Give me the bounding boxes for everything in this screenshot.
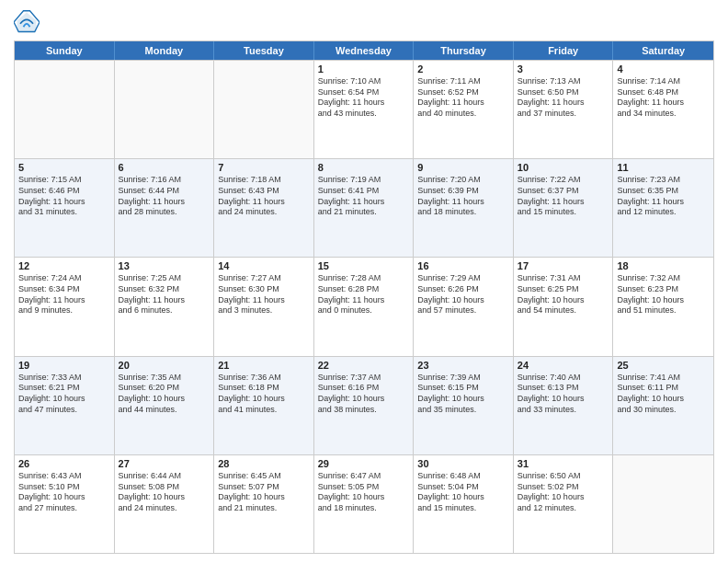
day-info-line: and 30 minutes. bbox=[617, 405, 710, 416]
day-info-line: Sunset: 6:44 PM bbox=[119, 186, 210, 197]
day-info-line: and 18 minutes. bbox=[318, 503, 410, 514]
day-info-line: Sunrise: 7:41 AM bbox=[617, 373, 710, 384]
day-info-line: and 34 minutes. bbox=[617, 109, 710, 120]
day-info-line: Daylight: 11 hours bbox=[119, 295, 210, 306]
day-number: 23 bbox=[417, 360, 509, 371]
calendar-day-2: 2Sunrise: 7:11 AMSunset: 6:52 PMDaylight… bbox=[414, 61, 514, 158]
day-info-line: Sunset: 6:13 PM bbox=[518, 383, 609, 394]
day-info-line: and 9 minutes. bbox=[18, 305, 110, 316]
generalblue-icon bbox=[14, 9, 40, 35]
day-info-line: Sunset: 6:54 PM bbox=[318, 87, 410, 98]
day-info-line: Daylight: 10 hours bbox=[417, 394, 509, 405]
day-info-line: and 35 minutes. bbox=[417, 405, 509, 416]
day-info-line: and 12 minutes. bbox=[617, 207, 710, 218]
day-info-line: Sunrise: 7:22 AM bbox=[518, 175, 609, 186]
day-number: 8 bbox=[318, 162, 410, 173]
day-info-line: Daylight: 10 hours bbox=[218, 492, 310, 503]
calendar-day-21: 21Sunrise: 7:36 AMSunset: 6:18 PMDayligh… bbox=[214, 357, 314, 454]
day-info-line: Daylight: 11 hours bbox=[218, 197, 310, 208]
day-number: 5 bbox=[18, 162, 110, 173]
day-info-line: Daylight: 11 hours bbox=[417, 197, 509, 208]
calendar-empty-cell bbox=[115, 61, 215, 158]
day-info-line: Sunrise: 7:13 AM bbox=[518, 76, 609, 87]
calendar-day-30: 30Sunrise: 6:48 AMSunset: 5:04 PMDayligh… bbox=[414, 455, 514, 553]
day-info-line: Sunset: 6:46 PM bbox=[18, 186, 110, 197]
day-info-line: and 3 minutes. bbox=[218, 305, 310, 316]
day-info-line: Daylight: 10 hours bbox=[417, 295, 509, 306]
day-info-line: Daylight: 11 hours bbox=[518, 197, 609, 208]
day-info-line: Daylight: 10 hours bbox=[518, 492, 609, 503]
calendar-week-1: 1Sunrise: 7:10 AMSunset: 6:54 PMDaylight… bbox=[15, 60, 713, 158]
calendar-day-22: 22Sunrise: 7:37 AMSunset: 6:16 PMDayligh… bbox=[314, 357, 415, 454]
day-number: 22 bbox=[318, 360, 410, 371]
day-number: 29 bbox=[318, 458, 410, 469]
day-number: 20 bbox=[119, 360, 210, 371]
day-info-line: Sunrise: 7:15 AM bbox=[18, 175, 110, 186]
calendar-day-8: 8Sunrise: 7:19 AMSunset: 6:41 PMDaylight… bbox=[314, 159, 415, 257]
day-number: 15 bbox=[318, 260, 410, 271]
calendar-day-19: 19Sunrise: 7:33 AMSunset: 6:21 PMDayligh… bbox=[15, 357, 115, 454]
calendar-day-7: 7Sunrise: 7:18 AMSunset: 6:43 PMDaylight… bbox=[214, 159, 314, 257]
day-number: 31 bbox=[518, 458, 609, 469]
day-info-line: and 21 minutes. bbox=[318, 207, 410, 218]
day-info-line: Sunrise: 7:10 AM bbox=[318, 76, 410, 87]
day-info-line: Sunset: 6:37 PM bbox=[518, 186, 609, 197]
calendar-empty-cell bbox=[613, 455, 713, 553]
day-info-line: Sunrise: 7:37 AM bbox=[318, 373, 410, 384]
day-info-line: Daylight: 11 hours bbox=[218, 295, 310, 306]
day-number: 13 bbox=[119, 260, 210, 271]
day-info-line: Sunset: 6:21 PM bbox=[18, 383, 110, 394]
day-info-line: Sunset: 6:18 PM bbox=[218, 383, 310, 394]
calendar-day-24: 24Sunrise: 7:40 AMSunset: 6:13 PMDayligh… bbox=[514, 357, 614, 454]
day-number: 26 bbox=[18, 458, 110, 469]
day-info-line: and 12 minutes. bbox=[518, 503, 609, 514]
calendar: SundayMondayTuesdayWednesdayThursdayFrid… bbox=[14, 40, 714, 554]
day-number: 30 bbox=[417, 458, 509, 469]
day-info-line: Daylight: 11 hours bbox=[417, 98, 509, 109]
day-info-line: Sunset: 6:30 PM bbox=[218, 284, 310, 295]
day-number: 7 bbox=[218, 162, 310, 173]
calendar-day-1: 1Sunrise: 7:10 AMSunset: 6:54 PMDaylight… bbox=[314, 61, 415, 158]
day-info-line: Daylight: 10 hours bbox=[318, 492, 410, 503]
day-number: 18 bbox=[617, 260, 710, 271]
day-number: 1 bbox=[318, 63, 410, 75]
day-info-line: Daylight: 11 hours bbox=[318, 295, 410, 306]
day-info-line: Daylight: 10 hours bbox=[18, 492, 110, 503]
day-info-line: Sunrise: 6:48 AM bbox=[417, 471, 509, 482]
day-info-line: Sunrise: 6:43 AM bbox=[18, 471, 110, 482]
day-number: 19 bbox=[18, 360, 110, 371]
day-info-line: Sunset: 6:35 PM bbox=[617, 186, 710, 197]
day-info-line: Daylight: 10 hours bbox=[417, 492, 509, 503]
day-number: 24 bbox=[518, 360, 609, 371]
day-info-line: Sunset: 6:48 PM bbox=[617, 87, 710, 98]
day-info-line: and 51 minutes. bbox=[617, 305, 710, 316]
calendar-day-13: 13Sunrise: 7:25 AMSunset: 6:32 PMDayligh… bbox=[115, 258, 215, 355]
day-info-line: Sunrise: 7:36 AM bbox=[218, 373, 310, 384]
day-number: 27 bbox=[119, 458, 210, 469]
calendar-week-3: 12Sunrise: 7:24 AMSunset: 6:34 PMDayligh… bbox=[15, 257, 713, 355]
day-info-line: Sunset: 6:26 PM bbox=[417, 284, 509, 295]
day-info-line: Sunrise: 7:14 AM bbox=[617, 76, 710, 87]
calendar-day-16: 16Sunrise: 7:29 AMSunset: 6:26 PMDayligh… bbox=[414, 258, 514, 355]
day-number: 28 bbox=[218, 458, 310, 469]
day-info-line: and 18 minutes. bbox=[417, 207, 509, 218]
day-info-line: and 24 minutes. bbox=[119, 503, 210, 514]
day-number: 2 bbox=[417, 63, 509, 75]
calendar-body: 1Sunrise: 7:10 AMSunset: 6:54 PMDaylight… bbox=[15, 60, 713, 553]
day-info-line: and 33 minutes. bbox=[518, 405, 609, 416]
calendar-week-4: 19Sunrise: 7:33 AMSunset: 6:21 PMDayligh… bbox=[15, 356, 713, 454]
day-info-line: Daylight: 10 hours bbox=[518, 394, 609, 405]
header-day-sunday: Sunday bbox=[15, 41, 115, 60]
calendar-day-12: 12Sunrise: 7:24 AMSunset: 6:34 PMDayligh… bbox=[15, 258, 115, 355]
day-info-line: and 43 minutes. bbox=[318, 109, 410, 120]
day-info-line: Sunset: 6:20 PM bbox=[119, 383, 210, 394]
calendar-day-23: 23Sunrise: 7:39 AMSunset: 6:15 PMDayligh… bbox=[414, 357, 514, 454]
day-info-line: and 38 minutes. bbox=[318, 405, 410, 416]
day-info-line: and 31 minutes. bbox=[18, 207, 110, 218]
day-info-line: and 15 minutes. bbox=[518, 207, 609, 218]
calendar-day-31: 31Sunrise: 6:50 AMSunset: 5:02 PMDayligh… bbox=[514, 455, 614, 553]
day-info-line: Daylight: 10 hours bbox=[318, 394, 410, 405]
day-info-line: Sunrise: 7:31 AM bbox=[518, 273, 609, 284]
calendar-day-3: 3Sunrise: 7:13 AMSunset: 6:50 PMDaylight… bbox=[514, 61, 614, 158]
day-info-line: Daylight: 10 hours bbox=[617, 295, 710, 306]
